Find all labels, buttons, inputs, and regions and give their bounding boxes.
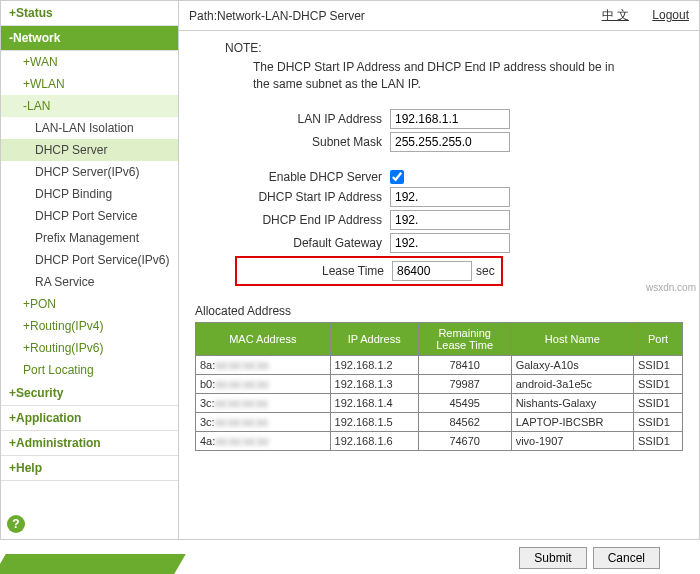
table-cell: 78410 [418,355,511,374]
nav-administration[interactable]: +Administration [1,431,178,456]
dhcp-end-input[interactable] [390,210,510,230]
table-row: b0:xx:xx:xx:xx192.168.1.379987android-3a… [196,374,683,393]
table-cell: 79987 [418,374,511,393]
lease-time-label: Lease Time [243,264,392,278]
table-cell: 192.168.1.4 [330,393,418,412]
table-header: MAC Address [196,322,331,355]
nav-dhcp-binding[interactable]: DHCP Binding [1,183,178,205]
dhcp-end-label: DHCP End IP Address [195,213,390,227]
table-cell: 192.168.1.3 [330,374,418,393]
table-row: 3c:xx:xx:xx:xx192.168.1.445495Nishants-G… [196,393,683,412]
note-block: NOTE: The DHCP Start IP Address and DHCP… [225,41,683,93]
gateway-input[interactable] [390,233,510,253]
subnet-input[interactable] [390,132,510,152]
table-header: Remaining Lease Time [418,322,511,355]
enable-dhcp-checkbox[interactable] [390,170,404,184]
table-cell: Galaxy-A10s [511,355,633,374]
table-cell: SSID1 [634,374,683,393]
watermark: wsxdn.com [646,282,696,293]
nav-lan[interactable]: -LAN [1,95,178,117]
nav-prefix-management[interactable]: Prefix Management [1,227,178,249]
nav-routing-ipv4-[interactable]: +Routing(IPv4) [1,315,178,337]
help-icon[interactable]: ? [7,515,25,533]
table-cell: 192.168.1.5 [330,412,418,431]
nav-port-locating[interactable]: Port Locating [1,359,178,381]
subnet-label: Subnet Mask [195,135,390,149]
content-area: NOTE: The DHCP Start IP Address and DHCP… [179,31,699,539]
table-row: 3c:xx:xx:xx:xx192.168.1.584562LAPTOP-IBC… [196,412,683,431]
allocated-address-title: Allocated Address [195,304,683,318]
table-row: 8a:xx:xx:xx:xx192.168.1.278410Galaxy-A10… [196,355,683,374]
nav-pon[interactable]: +PON [1,293,178,315]
cancel-button[interactable]: Cancel [593,547,660,569]
table-cell: SSID1 [634,431,683,450]
table-header: IP Address [330,322,418,355]
footer: Submit Cancel [0,542,700,574]
dhcp-start-label: DHCP Start IP Address [195,190,390,204]
logout-link[interactable]: Logout [652,8,689,22]
language-link[interactable]: 中 文 [602,8,629,22]
table-cell: Nishants-Galaxy [511,393,633,412]
breadcrumb-bar: Path:Network-LAN-DHCP Server 中 文 Logout [179,1,699,31]
path-prefix: Path: [189,9,217,23]
table-cell: SSID1 [634,393,683,412]
table-header: Port [634,322,683,355]
table-cell: 8a:xx:xx:xx:xx [196,355,331,374]
nav-ra-service[interactable]: RA Service [1,271,178,293]
enable-dhcp-label: Enable DHCP Server [195,170,390,184]
nav-application[interactable]: +Application [1,406,178,431]
table-cell: SSID1 [634,355,683,374]
note-label: NOTE: [225,41,683,55]
table-cell: SSID1 [634,412,683,431]
lan-ip-label: LAN IP Address [195,112,390,126]
table-header: Host Name [511,322,633,355]
lan-ip-input[interactable] [390,109,510,129]
table-cell: 45495 [418,393,511,412]
nav-dhcp-port-service-ipv6-[interactable]: DHCP Port Service(IPv6) [1,249,178,271]
table-cell: 192.168.1.2 [330,355,418,374]
dhcp-start-input[interactable] [390,187,510,207]
lease-time-unit: sec [476,264,495,278]
allocated-address-section: Allocated Address MAC AddressIP AddressR… [195,304,683,451]
lease-time-row: Lease Time sec [235,256,503,286]
table-cell: b0:xx:xx:xx:xx [196,374,331,393]
path-value: Network-LAN-DHCP Server [217,9,365,23]
table-cell: 4a:xx:xx:xx:xx [196,431,331,450]
nav-dhcp-server-ipv6-[interactable]: DHCP Server(IPv6) [1,161,178,183]
main-panel: Path:Network-LAN-DHCP Server 中 文 Logout … [179,1,699,539]
nav-wan[interactable]: +WAN [1,51,178,73]
submit-button[interactable]: Submit [519,547,586,569]
table-cell: 3c:xx:xx:xx:xx [196,412,331,431]
nav-lanlan-isolation[interactable]: LAN-LAN Isolation [1,117,178,139]
nav-routing-ipv6-[interactable]: +Routing(IPv6) [1,337,178,359]
table-cell: android-3a1e5c [511,374,633,393]
table-cell: 84562 [418,412,511,431]
gateway-label: Default Gateway [195,236,390,250]
nav-security[interactable]: +Security [1,381,178,406]
nav-network[interactable]: -Network [1,26,178,51]
nav-dhcp-port-service[interactable]: DHCP Port Service [1,205,178,227]
table-cell: 74670 [418,431,511,450]
table-cell: vivo-1907 [511,431,633,450]
nav-wlan[interactable]: +WLAN [1,73,178,95]
nav-dhcp-server[interactable]: DHCP Server [1,139,178,161]
sidebar: +Status-Network+WAN+WLAN-LANLAN-LAN Isol… [1,1,179,539]
table-cell: 192.168.1.6 [330,431,418,450]
lease-time-input[interactable] [392,261,472,281]
nav-help[interactable]: +Help [1,456,178,481]
table-cell: 3c:xx:xx:xx:xx [196,393,331,412]
nav-status[interactable]: +Status [1,1,178,26]
allocated-address-table: MAC AddressIP AddressRemaining Lease Tim… [195,322,683,451]
table-row: 4a:xx:xx:xx:xx192.168.1.674670vivo-1907S… [196,431,683,450]
table-cell: LAPTOP-IBCSBR [511,412,633,431]
note-text: The DHCP Start IP Address and DHCP End I… [253,59,633,93]
